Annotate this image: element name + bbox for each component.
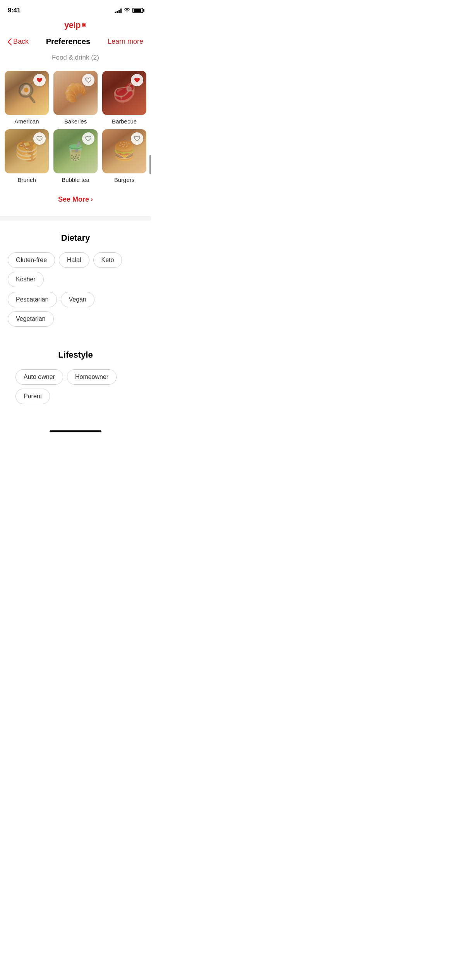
dietary-section-title: Dietary <box>8 233 143 243</box>
food-label-burgers: Burgers <box>114 176 135 183</box>
heart-empty-icon-4 <box>134 136 140 141</box>
scrollbar[interactable] <box>149 155 151 174</box>
food-label-american: American <box>14 118 39 125</box>
status-bar: 9:41 <box>0 0 151 19</box>
status-time: 9:41 <box>8 7 21 14</box>
yelp-logo-area: yelp ✸ <box>0 19 151 34</box>
pill-kosher[interactable]: Kosher <box>8 272 44 287</box>
pill-parent[interactable]: Parent <box>15 389 50 404</box>
signal-bar-4 <box>120 9 122 13</box>
heart-button-bubbletea[interactable] <box>82 132 94 145</box>
back-button[interactable]: Back <box>8 38 29 46</box>
dietary-section: Dietary Gluten-free Halal Keto Kosher Pe… <box>0 221 151 341</box>
heart-button-barbecue[interactable] <box>131 74 143 86</box>
see-more-label: See More <box>58 195 89 204</box>
food-label-brunch: Brunch <box>17 176 36 183</box>
heart-empty-icon <box>85 77 91 83</box>
lifestyle-pills-row: Auto owner Homeowner Parent <box>8 369 143 413</box>
food-image-burgers[interactable]: 🍔 <box>102 129 146 173</box>
list-item: 🍔 Burgers <box>102 129 146 183</box>
pill-keto[interactable]: Keto <box>93 252 122 268</box>
dietary-pills-row-1: Gluten-free Halal Keto Kosher <box>8 252 143 287</box>
food-image-american[interactable]: 🍳 <box>5 71 49 115</box>
signal-icon <box>115 8 122 13</box>
signal-bar-3 <box>118 10 120 13</box>
heart-empty-icon-3 <box>85 136 91 141</box>
heart-button-bakeries[interactable] <box>82 74 94 86</box>
lifestyle-section-title: Lifestyle <box>8 350 143 360</box>
list-item: 🥞 Brunch <box>5 129 49 183</box>
page-title: Preferences <box>46 37 91 46</box>
pill-vegan[interactable]: Vegan <box>61 292 94 307</box>
food-grid: 🍳 American 🥐 Bakeries 🥩 <box>0 68 151 189</box>
list-item: 🍳 American <box>5 71 49 125</box>
heart-button-burgers[interactable] <box>131 132 143 145</box>
learn-more-button[interactable]: Learn more <box>108 38 143 46</box>
chevron-left-icon <box>8 38 12 45</box>
yelp-logo: yelp <box>64 20 81 30</box>
pill-gluten-free[interactable]: Gluten-free <box>8 252 55 268</box>
pill-vegetarian[interactable]: Vegetarian <box>8 311 54 327</box>
list-item: 🥩 Barbecue <box>102 71 146 125</box>
home-indicator <box>50 430 101 432</box>
home-indicator-area <box>0 424 151 440</box>
food-image-barbecue[interactable]: 🥩 <box>102 71 146 115</box>
see-more-button[interactable]: See More › <box>58 195 93 204</box>
yelp-burst-icon: ✸ <box>81 21 87 29</box>
list-item: 🧋 Bubble tea <box>53 129 98 183</box>
signal-bar-1 <box>115 12 116 13</box>
lifestyle-section: Lifestyle Auto owner Homeowner Parent <box>0 341 151 424</box>
heart-button-brunch[interactable] <box>33 132 46 145</box>
see-more-section: See More › <box>0 189 151 216</box>
heart-filled-icon <box>36 77 43 83</box>
battery-fill <box>134 9 141 12</box>
nav-bar: Back Preferences Learn more <box>0 34 151 51</box>
wifi-icon <box>124 8 130 13</box>
status-icons <box>115 8 143 13</box>
section-divider <box>0 216 151 221</box>
pill-pescatarian[interactable]: Pescatarian <box>8 292 57 307</box>
food-image-bakeries[interactable]: 🥐 <box>53 71 98 115</box>
pill-auto-owner[interactable]: Auto owner <box>15 369 63 385</box>
chevron-right-icon: › <box>91 195 93 204</box>
food-section-subtitle: Food & drink (2) <box>0 51 151 68</box>
dietary-pills-row-2: Pescatarian Vegan Vegetarian <box>8 292 143 327</box>
signal-bar-2 <box>117 11 118 13</box>
food-label-bubbletea: Bubble tea <box>62 176 89 183</box>
food-label-bakeries: Bakeries <box>64 118 87 125</box>
pill-homeowner[interactable]: Homeowner <box>67 369 117 385</box>
food-image-brunch[interactable]: 🥞 <box>5 129 49 173</box>
list-item: 🥐 Bakeries <box>53 71 98 125</box>
food-image-bubbletea[interactable]: 🧋 <box>53 129 98 173</box>
heart-empty-icon-2 <box>36 136 43 141</box>
heart-filled-icon-2 <box>134 77 140 83</box>
back-label: Back <box>13 38 29 46</box>
pill-halal[interactable]: Halal <box>59 252 89 268</box>
heart-button-american[interactable] <box>33 74 46 86</box>
food-label-barbecue: Barbecue <box>112 118 137 125</box>
battery-icon <box>132 8 143 13</box>
food-subtitle-text: Food & drink (2) <box>52 54 99 61</box>
